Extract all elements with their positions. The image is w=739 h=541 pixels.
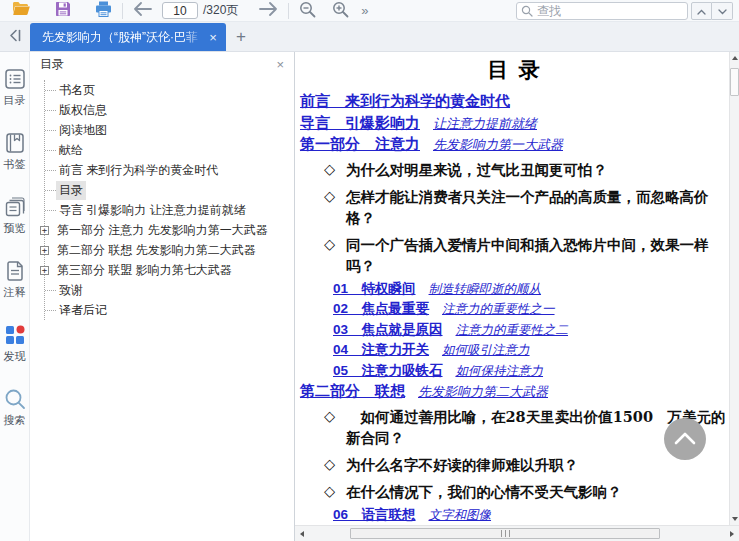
- find-prev-button[interactable]: [691, 2, 712, 20]
- sidebar-item-书签[interactable]: 书签: [0, 132, 30, 182]
- sidebar-item-搜索[interactable]: 搜索: [0, 388, 30, 438]
- tree-branch-line: [45, 290, 56, 291]
- find-input[interactable]: [537, 4, 683, 18]
- toc-chapter-link[interactable]: 05 注意力吸铁石如何保持注意力: [333, 364, 543, 378]
- scroll-down-icon[interactable]: [731, 514, 739, 524]
- toc-entry: 06 语言联想文字和图像: [333, 505, 729, 526]
- toc-chapter-link[interactable]: 03 焦点就是原因注意力的重要性之二: [333, 323, 568, 337]
- toolbar-separator: [288, 3, 289, 19]
- toolbar: /320页 »: [0, 0, 739, 22]
- scroll-right-icon[interactable]: [727, 528, 737, 539]
- chapter-title: 02 焦点最重要: [333, 301, 429, 316]
- toc-entry: 01 特权瞬间制造转瞬即逝的顺从: [333, 279, 729, 300]
- find-next-icon: [718, 4, 727, 18]
- diamond-bullet-icon: ◇: [324, 159, 346, 180]
- toc-tree-item[interactable]: 致谢: [45, 280, 294, 300]
- page-total: /320页: [203, 2, 238, 19]
- toc-tree-item[interactable]: 版权信息: [45, 100, 294, 120]
- toc-tree-item[interactable]: +第三部分 联盟 影响力第七大武器: [45, 260, 294, 280]
- toc-chapter-link[interactable]: 01 特权瞬间制造转瞬即逝的顺从: [333, 282, 541, 296]
- toc-tree-item-label: 版权信息: [56, 101, 110, 120]
- tree-branch-line: [45, 90, 56, 91]
- active-document-tab[interactable]: 先发影响力（“股神”沃伦·巴菲 ×: [30, 23, 226, 51]
- find-box[interactable]: [516, 2, 688, 20]
- expand-plus-icon[interactable]: +: [40, 226, 49, 235]
- sidebar-item-注释[interactable]: 注释: [0, 260, 30, 310]
- document-view: 目 录 前言 来到行为科学的黄金时代导言 引爆影响力让注意力提前就绪第一部分 注…: [295, 52, 739, 541]
- toc-tree-item-label: 导言 引爆影响力 让注意力提前就绪: [56, 201, 249, 220]
- chapter-subtitle: 注意力的重要性之二: [456, 322, 569, 337]
- scroll-up-icon[interactable]: [731, 53, 739, 63]
- print-icon: [95, 1, 112, 20]
- zoom-out-button[interactable]: [299, 1, 316, 21]
- expand-plus-icon[interactable]: +: [40, 266, 49, 275]
- toc-tree-item-label: 第一部分 注意力 先发影响力第一大武器: [54, 221, 271, 240]
- toc-tree-item-label: 目录: [56, 181, 86, 200]
- question-text: 在什么情况下，我们的心情不受天气影响？: [346, 481, 729, 502]
- chapter-title: 导言 引爆影响力: [300, 114, 420, 131]
- scroll-left-icon[interactable]: [297, 528, 307, 539]
- toc-tree-item[interactable]: 前言 来到行为科学的黄金时代: [45, 160, 294, 180]
- toc-tree-item[interactable]: 书名页: [45, 80, 294, 100]
- save-button[interactable]: [55, 1, 71, 21]
- toc-entry: 03 焦点就是原因注意力的重要性之二: [333, 320, 729, 341]
- toc-chapter-link[interactable]: 第二部分 联想先发影响力第二大武器: [300, 385, 548, 399]
- collapse-tabs-button[interactable]: [0, 22, 30, 51]
- chapter-title: 05 注意力吸铁石: [333, 363, 443, 378]
- toc-chapter-link[interactable]: 导言 引爆影响力让注意力提前就绪: [300, 117, 537, 131]
- toc-tree-item[interactable]: 献给: [45, 140, 294, 160]
- chapter-subtitle: 如何保持注意力: [456, 363, 544, 378]
- sidebar-item-目录[interactable]: 目录: [0, 68, 30, 118]
- toc-entry: 02 焦点最重要注意力的重要性之一: [333, 299, 729, 320]
- toc-panel: 目录 × 书名页版权信息阅读地图献给前言 来到行为科学的黄金时代目录导言 引爆影…: [30, 52, 295, 541]
- open-file-button[interactable]: [12, 1, 31, 21]
- vertical-scroll-thumb[interactable]: [730, 68, 739, 96]
- close-tab-icon[interactable]: ×: [206, 30, 220, 45]
- toc-tree-item[interactable]: 导言 引爆影响力 让注意力提前就绪: [45, 200, 294, 220]
- save-icon: [55, 1, 71, 20]
- find-next-button[interactable]: [712, 2, 733, 20]
- back-to-top-button[interactable]: [664, 418, 706, 460]
- toc-tree-item[interactable]: 阅读地图: [45, 120, 294, 140]
- toc-icon: [4, 68, 26, 90]
- toc-chapter-link[interactable]: 06 语言联想文字和图像: [333, 508, 491, 522]
- diamond-bullet-icon: ◇: [324, 186, 346, 228]
- toc-chapter-link[interactable]: 前言 来到行为科学的黄金时代: [300, 95, 510, 109]
- toc-chapter-link[interactable]: 04 注意力开关如何吸引注意力: [333, 343, 530, 357]
- toc-entry: 第二部分 联想先发影响力第二大武器: [300, 381, 729, 403]
- toc-tree-item[interactable]: 译者后记: [45, 300, 294, 320]
- tree-branch-line: [45, 130, 56, 131]
- horizontal-scrollbar[interactable]: [295, 525, 739, 541]
- sidebar-item-发现[interactable]: 发现: [0, 324, 30, 374]
- next-page-button[interactable]: [258, 1, 278, 21]
- toc-chapter-link[interactable]: 第一部分 注意力先发影响力第一大武器: [300, 138, 563, 152]
- toc-tree: 书名页版权信息阅读地图献给前言 来到行为科学的黄金时代目录导言 引爆影响力 让注…: [44, 80, 294, 320]
- chapter-title: 04 注意力开关: [333, 342, 429, 357]
- close-panel-icon[interactable]: ×: [276, 57, 284, 72]
- toc-tree-item[interactable]: 目录: [45, 180, 294, 200]
- more-tools-button[interactable]: »: [361, 1, 369, 21]
- horizontal-scroll-thumb[interactable]: [350, 528, 660, 539]
- vertical-scrollbar[interactable]: [729, 52, 739, 525]
- new-tab-button[interactable]: +: [226, 22, 256, 51]
- toc-tree-item-label: 前言 来到行为科学的黄金时代: [56, 161, 221, 180]
- chapter-title: 06 语言联想: [333, 507, 416, 522]
- diamond-bullet-icon: ◇: [324, 481, 346, 502]
- chapter-subtitle: 如何吸引注意力: [442, 342, 530, 357]
- question-text: 同一个广告插入爱情片中间和插入恐怖片中间，效果一样吗？: [346, 234, 729, 276]
- toc-tree-item[interactable]: +第一部分 注意力 先发影响力第一大武器: [45, 220, 294, 240]
- toc-tree-item-label: 阅读地图: [56, 121, 110, 140]
- page-number-input[interactable]: [162, 2, 198, 19]
- toc-tree-item[interactable]: +第二部分 联想 先发影响力第二大武器: [45, 240, 294, 260]
- toc-question: ◇同一个广告插入爱情片中间和插入恐怖片中间，效果一样吗？: [324, 231, 729, 279]
- prev-page-button[interactable]: [133, 1, 153, 21]
- print-button[interactable]: [95, 1, 112, 21]
- toc-tree-item-label: 第二部分 联想 先发影响力第二大武器: [54, 241, 259, 260]
- thumb-grip: [501, 530, 510, 537]
- chapter-subtitle: 让注意力提前就绪: [433, 116, 537, 131]
- sidebar-item-预览[interactable]: 预览: [0, 196, 30, 246]
- expand-plus-icon[interactable]: +: [40, 246, 49, 255]
- toc-tree-item-label: 致谢: [56, 281, 86, 300]
- zoom-in-button[interactable]: [332, 1, 349, 21]
- toc-chapter-link[interactable]: 02 焦点最重要注意力的重要性之一: [333, 302, 555, 316]
